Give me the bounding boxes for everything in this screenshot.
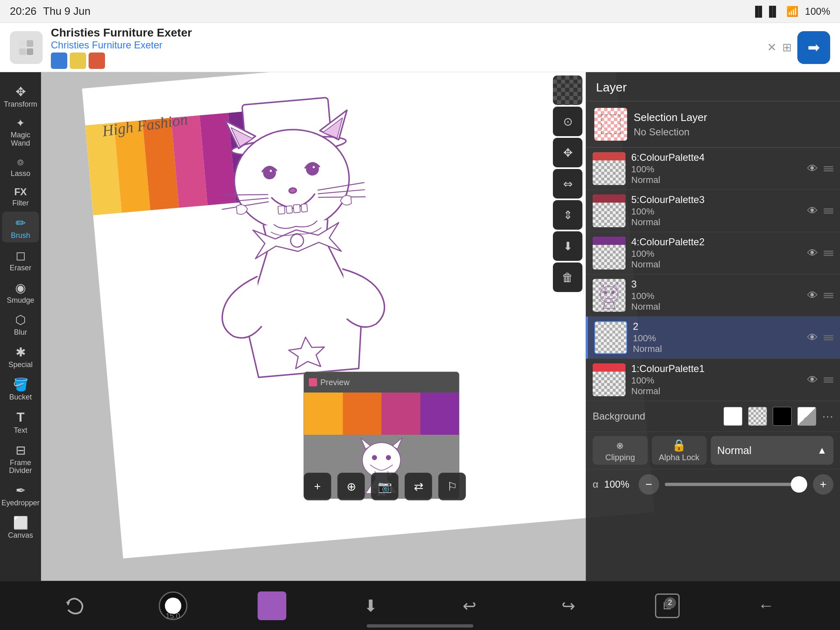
opacity-value: 100%	[604, 479, 633, 490]
special-label: Special	[8, 361, 32, 369]
svg-point-30	[600, 286, 618, 303]
layer-item-1[interactable]: 1:ColourPalette1 100% Normal 👁	[586, 359, 840, 401]
layer-item-6[interactable]: 6:ColourPalette4 100% Normal 👁	[586, 148, 840, 190]
svg-point-31	[604, 291, 607, 294]
flip-button[interactable]: ⇄	[404, 472, 432, 500]
text-label: Text	[14, 427, 27, 435]
opacity-slider[interactable]	[665, 483, 807, 486]
tool-magic-wand[interactable]: ✦ Magic Wand	[2, 113, 39, 150]
layer-5-opacity: 100%	[631, 206, 801, 217]
redo-button[interactable]: ↪	[552, 589, 585, 622]
layer-item-4[interactable]: 4:ColourPalette2 100% Normal 👁	[586, 232, 840, 274]
layer-1-visibility[interactable]: 👁	[807, 374, 818, 386]
svg-point-32	[611, 291, 614, 294]
flip-v-tool[interactable]: ⇕	[553, 200, 582, 230]
tool-blur[interactable]: ⬡ Blur	[2, 308, 39, 339]
home-indicator[interactable]	[367, 624, 473, 628]
magic-wand-label: Magic Wand	[4, 131, 37, 148]
tool-transform[interactable]: ✥ Transform	[2, 80, 39, 111]
preview-label: Preview	[320, 378, 349, 387]
layer-1-thumb	[593, 363, 625, 396]
move-tool[interactable]: ✥	[553, 138, 582, 167]
merge-button[interactable]: ⚐	[438, 472, 466, 500]
background-row[interactable]: Background ⋯	[586, 401, 840, 432]
clipping-button[interactable]: ⎈ Clipping	[593, 436, 648, 465]
notification-close-icon-2[interactable]: ⊞	[782, 41, 792, 54]
snapshot-tool[interactable]: ⊙	[553, 107, 582, 136]
status-date: Thu 9 Jun	[43, 5, 91, 18]
trash-tool[interactable]: 🗑	[553, 262, 582, 292]
camera-button[interactable]: 📷	[371, 472, 399, 500]
tool-filter[interactable]: FX Filter	[2, 182, 39, 210]
tool-lasso[interactable]: ⌾ Lasso	[2, 151, 39, 180]
tool-text[interactable]: T Text	[2, 406, 39, 437]
alpha-lock-button[interactable]: 🔒 Alpha Lock	[652, 436, 707, 465]
checkerboard-tool[interactable]	[553, 75, 582, 105]
layer-4-visibility[interactable]: 👁	[807, 247, 818, 260]
bg-swatch-white[interactable]	[724, 407, 742, 426]
layer-1-name: 1:ColourPalette1	[631, 363, 801, 374]
background-more-button[interactable]: ⋯	[822, 410, 833, 423]
tool-eraser[interactable]: ◻ Eraser	[2, 244, 39, 275]
notification-banner[interactable]: Christies Furniture Exeter Christies Fur…	[0, 23, 840, 72]
back-button[interactable]: ←	[750, 589, 783, 622]
undo-redo-button[interactable]	[58, 589, 91, 622]
bg-swatch-transparent[interactable]	[797, 407, 816, 426]
opacity-increase-button[interactable]: +	[813, 474, 833, 495]
eraser-icon: ◻	[16, 248, 26, 262]
brush-size-indicator	[165, 598, 181, 614]
tool-special[interactable]: ✱ Special	[2, 341, 39, 372]
layers-button[interactable]: ⊞ 2	[651, 589, 684, 622]
svg-rect-12	[278, 206, 285, 215]
layer-item-2[interactable]: 2 100% Normal 👁	[586, 317, 840, 359]
layer-6-thumb	[593, 152, 625, 185]
layer-3-visibility[interactable]: 👁	[807, 289, 818, 302]
layer-3-handle	[824, 293, 833, 298]
tool-eyedropper[interactable]: ✒ Eyedropper	[2, 479, 39, 510]
bg-swatch-checker[interactable]	[748, 407, 767, 426]
layer-4-opacity: 100%	[631, 249, 801, 259]
brush-size-button[interactable]: 15.0	[157, 589, 189, 622]
notification-thumbs	[51, 52, 759, 69]
layer-item-3[interactable]: 3 100% Normal 👁	[586, 274, 840, 317]
tool-frame-divider[interactable]: ⊟ Frame Divider	[2, 439, 39, 478]
layer-4-handle	[824, 251, 833, 256]
status-time: 20:26	[10, 5, 37, 18]
blend-mode-selector[interactable]: Normal ▲	[711, 436, 834, 465]
svg-marker-33	[600, 282, 604, 287]
color-picker-button[interactable]	[256, 589, 288, 622]
add-layer-button[interactable]: +	[304, 472, 331, 500]
opacity-slider-thumb	[791, 476, 807, 493]
download-button[interactable]: ⬇	[354, 589, 387, 622]
alpha-lock-label: Alpha Lock	[659, 453, 699, 462]
flip-h-tool[interactable]: ⇔	[553, 169, 582, 199]
opacity-decrease-button[interactable]: −	[639, 474, 659, 495]
notification-title: Christies Furniture Exeter	[51, 26, 759, 39]
tool-bucket[interactable]: 🪣 Bucket	[2, 373, 39, 404]
download-tool[interactable]: ⬇	[553, 231, 582, 261]
notification-close-icon[interactable]: ✕	[767, 41, 776, 54]
notification-nav-icon[interactable]: ➡	[797, 31, 830, 64]
layer-2-visibility[interactable]: 👁	[807, 331, 818, 344]
undo-button[interactable]: ↩	[453, 589, 486, 622]
layer-5-visibility[interactable]: 👁	[807, 205, 818, 217]
tool-smudge[interactable]: ◉ Smudge	[2, 276, 39, 307]
frame-divider-label: Frame Divider	[4, 459, 37, 475]
selection-layer-section[interactable]: Selection Layer No Selection	[586, 101, 840, 148]
bucket-label: Bucket	[9, 393, 32, 402]
layer-6-visibility[interactable]: 👁	[807, 162, 818, 175]
layer-1-blend: Normal	[631, 386, 801, 397]
layer-2-blend: Normal	[633, 344, 801, 354]
bg-swatch-black[interactable]	[773, 407, 792, 426]
layer-4-info: 4:ColourPalette2 100% Normal	[631, 236, 801, 270]
signal-icon: ▐▌▐▌	[752, 6, 780, 17]
add-layer-2-button[interactable]: ⊕	[337, 472, 365, 500]
alpha-lock-icon: 🔒	[672, 438, 686, 452]
layer-panel-header: Layer	[586, 72, 840, 101]
tool-canvas[interactable]: ⬜ Canvas	[2, 511, 39, 542]
tool-brush[interactable]: ✏ Brush	[2, 212, 39, 242]
layer-item-5[interactable]: 5:ColourPalette3 100% Normal 👁	[586, 190, 840, 232]
filter-icon: FX	[14, 186, 27, 198]
layer-5-blend: Normal	[631, 217, 801, 228]
layer-5-thumb	[593, 194, 625, 227]
